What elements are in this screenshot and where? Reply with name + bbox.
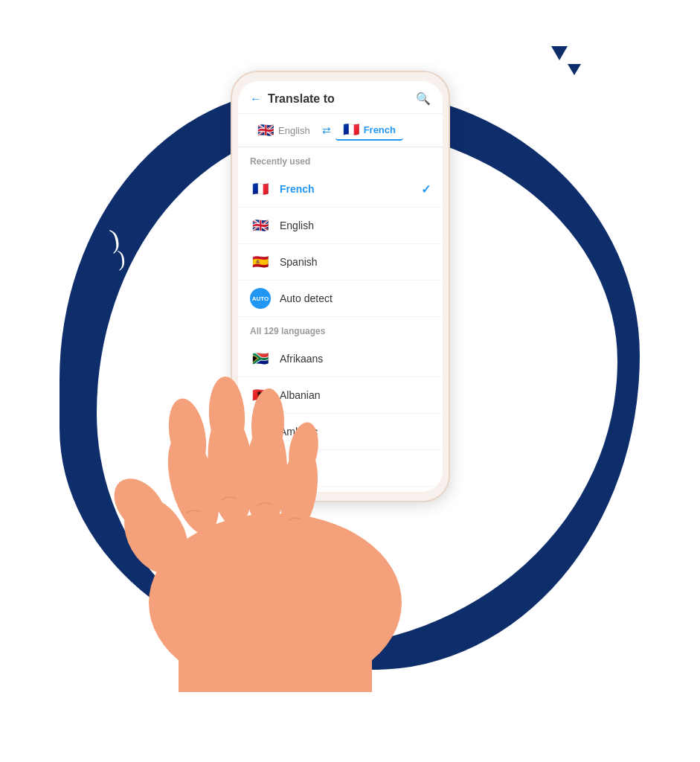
english-label: English — [280, 220, 431, 231]
arabic-flag: 🇸🇦 — [250, 458, 271, 478]
deco-arrow-tr-2 — [568, 64, 581, 75]
header-left: ← Translate to — [250, 92, 335, 106]
language-tabs: 🇬🇧 English ⇄ 🇫🇷 French — [238, 114, 443, 147]
list-item[interactable]: 🇦🇱 Albanian — [238, 377, 443, 414]
back-button[interactable]: ← — [250, 92, 262, 106]
arabic-label: Arabic — [280, 462, 431, 474]
albanian-flag: 🇦🇱 — [250, 385, 271, 406]
target-label: French — [364, 124, 396, 135]
list-item[interactable]: 🇸🇦 Arabic — [238, 450, 443, 487]
page-title: Translate to — [268, 92, 335, 106]
source-label: English — [278, 125, 310, 136]
tab-target-language[interactable]: 🇫🇷 French — [335, 120, 403, 141]
spanish-label: Spanish — [280, 256, 431, 268]
tab-source-language[interactable]: 🇬🇧 English — [250, 121, 318, 140]
albanian-label: Albanian — [280, 389, 431, 401]
deco-arrow-tl-1 — [147, 54, 164, 68]
language-list: Recently used 🇫🇷 French ✓ 🇬🇧 English 🇪🇸 … — [238, 147, 443, 492]
list-item[interactable]: 🇫🇷 French ✓ — [238, 171, 443, 208]
recently-used-header: Recently used — [238, 147, 443, 171]
list-item[interactable]: 🇪🇸 Spanish — [238, 244, 443, 281]
deco-arrow-tl-2 — [156, 71, 170, 83]
all-languages-header: All 129 languages — [238, 317, 443, 341]
amharic-label: Amharic — [280, 426, 431, 438]
swap-languages-button[interactable]: ⇄ — [318, 124, 335, 136]
phone-screen: ← Translate to 🔍 🇬🇧 English ⇄ 🇫🇷 French … — [238, 81, 443, 492]
check-icon: ✓ — [421, 182, 431, 196]
deco-arrow-left-2 — [97, 290, 106, 301]
amharic-flag: 🇪🇹 — [250, 421, 271, 442]
list-item[interactable]: 🇬🇧 English — [238, 208, 443, 244]
spanish-flag: 🇪🇸 — [250, 252, 271, 272]
afrikaans-flag: 🇿🇦 — [250, 348, 271, 369]
auto-detect-label: Auto detect — [280, 292, 431, 304]
english-flag: 🇬🇧 — [250, 215, 271, 236]
french-label: French — [280, 183, 412, 195]
deco-arrow-tr-1 — [551, 46, 568, 60]
list-item[interactable]: AUTO Auto detect — [238, 281, 443, 317]
afrikaans-label: Afrikaans — [280, 353, 431, 365]
phone-mockup: ← Translate to 🔍 🇬🇧 English ⇄ 🇫🇷 French … — [231, 71, 450, 502]
source-flag: 🇬🇧 — [257, 124, 274, 137]
french-flag: 🇫🇷 — [250, 179, 271, 199]
list-item[interactable]: 🇿🇦 Afrikaans — [238, 341, 443, 377]
list-item[interactable]: 🇪🇹 Amharic — [238, 414, 443, 450]
auto-detect-badge: AUTO — [250, 288, 271, 309]
search-icon[interactable]: 🔍 — [416, 92, 431, 106]
deco-arrow-left-1 — [91, 274, 102, 286]
header-bar: ← Translate to 🔍 — [238, 81, 443, 114]
target-flag: 🇫🇷 — [343, 123, 359, 136]
